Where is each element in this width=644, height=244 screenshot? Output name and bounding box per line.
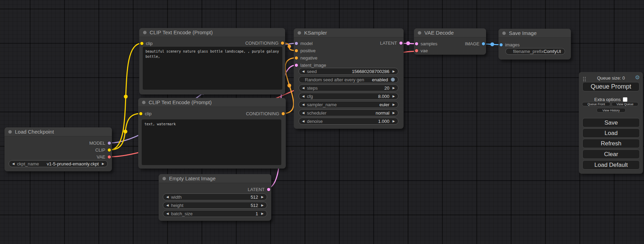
increment-arrow-icon[interactable]: ▶ [392,86,395,90]
output-port-latent[interactable]: LATENT [380,40,403,46]
refresh-button[interactable]: Refresh [582,139,640,148]
conditioning-port-icon[interactable] [281,42,284,45]
view-queue-button[interactable]: View Queue [611,102,638,106]
input-port-positive[interactable]: positive [295,47,316,54]
collapse-dot-icon[interactable] [298,31,301,35]
decrement-arrow-icon[interactable]: ◀ [166,204,169,207]
increment-arrow-icon[interactable]: ▶ [261,204,264,207]
extra-options-checkbox[interactable] [623,97,627,102]
increment-arrow-icon[interactable]: ▶ [102,162,104,165]
input-port-vae[interactable]: vae [415,47,428,54]
queue-front-button[interactable]: Queue Front [582,102,610,106]
output-port-image[interactable]: IMAGE [465,40,485,47]
cfg-widget[interactable]: ◀ cfg 8.000 ▶ [299,93,398,100]
decrement-arrow-icon[interactable]: ◀ [302,111,305,115]
decrement-arrow-icon[interactable]: ◀ [166,212,169,215]
decrement-arrow-icon[interactable]: ◀ [302,94,305,98]
latent-port-icon[interactable] [295,64,298,67]
conditioning-port-icon[interactable] [282,112,285,115]
decrement-arrow-icon[interactable]: ◀ [302,103,305,106]
input-port-model[interactable]: model [295,40,312,46]
collapse-dot-icon[interactable] [143,31,147,34]
toggle-enabled-icon[interactable] [391,78,395,82]
input-port-clip[interactable]: clip [139,110,152,117]
sampler-name-widget[interactable]: ◀ sampler_name euler ▶ [299,101,398,108]
vae-port-icon[interactable] [108,155,111,159]
increment-arrow-icon[interactable]: ▶ [261,212,264,215]
node-load-checkpoint[interactable]: Load Checkpoint MODEL CLIP VAE ◀ ckpt_na… [5,127,112,171]
increment-arrow-icon[interactable]: ▶ [392,111,395,115]
ckpt-name-widget[interactable]: ◀ ckpt_name v1-5-pruned-emaonly.ckpt ▶ [9,160,108,167]
view-history-button[interactable]: View History [597,108,626,112]
latent-port-icon[interactable] [267,188,270,191]
increment-arrow-icon[interactable]: ▶ [392,103,395,106]
node-save-image[interactable]: Save Image images filename_prefix ComfyU… [499,29,571,60]
increment-arrow-icon[interactable]: ▶ [392,70,395,73]
latent-port-icon[interactable] [415,42,418,45]
steps-widget[interactable]: ◀ steps 20 ▶ [299,84,398,91]
save-button[interactable]: Save [582,118,640,127]
increment-arrow-icon[interactable]: ▶ [392,119,395,123]
increment-arrow-icon[interactable]: ▶ [392,94,395,98]
gear-icon[interactable]: ⚙ [635,74,640,81]
output-port-model[interactable]: MODEL [89,140,111,146]
queue-panel[interactable]: Queue size: 0 ⚙ Queue Prompt Extra optio… [579,72,643,174]
denoise-widget[interactable]: ◀ denoise 1.000 ▶ [299,118,398,125]
input-port-negative[interactable]: negative [295,55,317,61]
load-button[interactable]: Load [582,128,640,138]
prompt-textarea[interactable]: beautiful scenery nature glass bottle la… [143,47,282,90]
decrement-arrow-icon[interactable]: ◀ [302,119,305,123]
image-port-icon[interactable] [482,42,485,45]
decrement-arrow-icon[interactable]: ◀ [302,70,305,73]
increment-arrow-icon[interactable]: ▶ [261,195,264,199]
input-port-clip[interactable]: clip [140,40,153,46]
output-port-conditioning[interactable]: CONDITIONING [245,40,284,46]
load-default-button[interactable]: Load Default [582,160,640,170]
clear-button[interactable]: Clear [582,150,640,159]
model-port-icon[interactable] [295,42,298,45]
image-port-icon[interactable] [500,43,503,46]
input-port-samples[interactable]: samples [415,40,437,47]
collapse-dot-icon[interactable] [162,177,166,180]
collapse-dot-icon[interactable] [8,130,12,134]
height-widget[interactable]: ◀ height 512 ▶ [163,202,267,209]
output-port-latent[interactable]: LATENT [248,186,270,192]
filename-prefix-widget[interactable]: filename_prefix ComfyUI [505,48,565,55]
clip-port-icon[interactable] [140,42,143,45]
clip-port-icon[interactable] [108,148,111,152]
conditioning-port-icon[interactable] [295,56,298,60]
node-vae-decode[interactable]: VAE Decode samples vae IMAGE [414,28,486,55]
decrement-arrow-icon[interactable]: ◀ [166,195,169,199]
collapse-dot-icon[interactable] [502,31,506,35]
node-clip-text-encode-positive[interactable]: CLIP Text Encode (Prompt) clip CONDITION… [139,28,285,94]
scheduler-widget[interactable]: ◀ scheduler normal ▶ [299,109,398,116]
node-title-bar[interactable]: Empty Latent Image [159,174,271,183]
collapse-dot-icon[interactable] [142,101,145,104]
vae-port-icon[interactable] [415,49,418,52]
width-widget[interactable]: ◀ width 512 ▶ [163,193,267,200]
node-title-bar[interactable]: KSampler [294,28,404,37]
seed-widget[interactable]: ◀ seed 156680208700286 ▶ [299,68,398,75]
node-empty-latent-image[interactable]: Empty Latent Image LATENT ◀ width 512 ▶ … [159,174,271,221]
model-port-icon[interactable] [108,142,111,145]
node-title-bar[interactable]: CLIP Text Encode (Prompt) [138,98,286,107]
output-port-clip[interactable]: CLIP [95,147,111,153]
queue-prompt-button[interactable]: Queue Prompt [582,82,639,91]
node-title-bar[interactable]: CLIP Text Encode (Prompt) [139,28,285,37]
node-title-bar[interactable]: Load Checkpoint [5,127,112,136]
collapse-dot-icon[interactable] [418,31,421,35]
node-clip-text-encode-negative[interactable]: CLIP Text Encode (Prompt) clip CONDITION… [138,98,286,169]
decrement-arrow-icon[interactable]: ◀ [12,162,15,165]
output-port-conditioning[interactable]: CONDITIONING [246,110,285,117]
decrement-arrow-icon[interactable]: ◀ [302,86,305,90]
prompt-textarea[interactable]: text, watermark [142,119,281,165]
node-ksampler[interactable]: KSampler model positive negative latent_… [294,28,404,129]
conditioning-port-icon[interactable] [295,49,298,52]
input-port-latent-image[interactable]: latent_image [295,62,326,68]
random-seed-toggle-widget[interactable]: Random seed after every gen enabled [299,76,398,83]
input-port-images[interactable]: images [500,42,520,48]
graph-canvas[interactable]: { "colors": { "model": "#B39DDB", "clip"… [0,0,644,244]
latent-port-icon[interactable] [399,42,403,45]
node-title-bar[interactable]: Save Image [499,29,571,38]
batch-size-widget[interactable]: ◀ batch_size 1 ▶ [163,210,267,217]
